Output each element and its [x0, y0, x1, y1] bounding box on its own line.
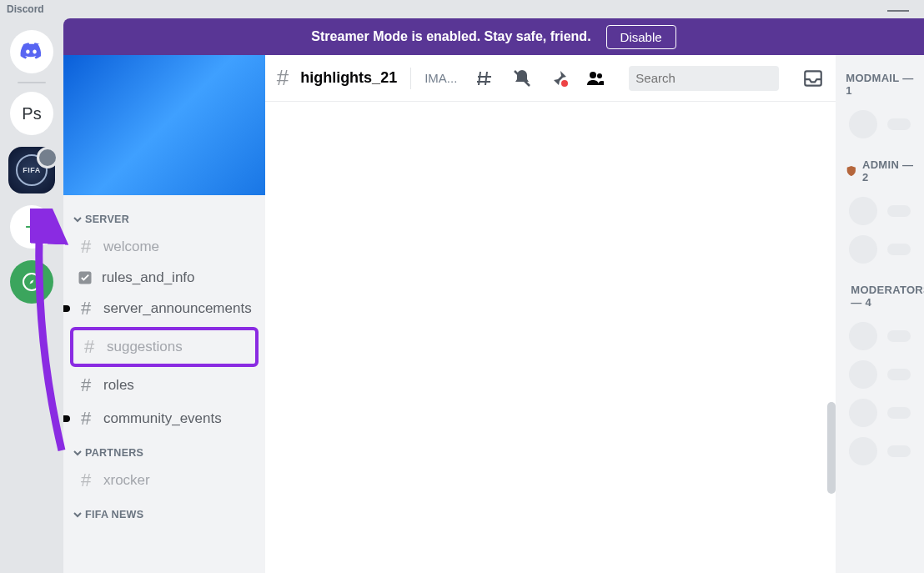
channel-announcements[interactable]: # server_announcements: [70, 292, 259, 325]
channel-rules[interactable]: rules_and_info: [70, 264, 259, 292]
rules-icon: [77, 269, 93, 286]
avatar: [849, 322, 877, 350]
minimize-button[interactable]: [887, 10, 909, 12]
member-row[interactable]: [846, 432, 914, 470]
unread-indicator: [63, 305, 70, 312]
role-header-admin: ADMIN — 2: [846, 158, 914, 183]
channel-topic[interactable]: IMA...: [424, 71, 457, 85]
channel-roles[interactable]: # roles: [70, 369, 259, 402]
member-row[interactable]: [846, 105, 914, 143]
add-server-button[interactable]: +: [10, 205, 53, 249]
chevron-down-icon: [73, 215, 82, 224]
annotation-highlight: # suggestions: [70, 327, 259, 367]
shield-icon: [846, 164, 857, 178]
avatar: [849, 235, 877, 264]
chat-area: # highlights_21 IMA...: [265, 55, 836, 573]
disable-streamer-button[interactable]: Disable: [606, 25, 676, 49]
category-fifa-news[interactable]: FIFA NEWS: [70, 497, 259, 525]
member-name-placeholder: [887, 330, 911, 342]
channel-xrocker[interactable]: # xrocker: [70, 464, 259, 497]
content-column: Streamer Mode is enabled. Stay safe, fri…: [63, 18, 924, 573]
hash-icon: #: [277, 65, 289, 91]
discord-logo-icon: [19, 42, 44, 62]
category-server[interactable]: SERVER: [70, 202, 259, 230]
avatar: [849, 437, 877, 465]
member-row[interactable]: [846, 230, 914, 269]
channel-sidebar: SERVER # welcome rules_and_info # server…: [63, 55, 265, 573]
member-name-placeholder: [887, 118, 911, 130]
explore-servers-button[interactable]: [10, 260, 53, 304]
divider: [410, 68, 411, 89]
channel-title: highlights_21: [300, 69, 397, 87]
hash-icon: #: [77, 408, 95, 430]
app-name: Discord: [7, 3, 44, 15]
search-input[interactable]: [635, 71, 794, 85]
hash-icon: #: [80, 336, 98, 358]
streamer-message: Streamer Mode is enabled. Stay safe, fri…: [311, 29, 590, 44]
chevron-down-icon: [73, 449, 82, 457]
pinned-messages-icon[interactable]: [549, 68, 569, 88]
avatar: [849, 360, 877, 389]
category-partners[interactable]: PARTNERS: [70, 435, 259, 464]
unread-indicator: [63, 415, 70, 422]
threads-icon[interactable]: [475, 68, 495, 88]
search-box[interactable]: [629, 66, 779, 91]
chat-messages[interactable]: [265, 102, 836, 573]
hash-icon: #: [77, 298, 95, 319]
member-row[interactable]: [846, 317, 914, 355]
svg-point-5: [597, 73, 602, 78]
member-name-placeholder: [887, 369, 911, 380]
hash-icon: #: [77, 236, 95, 258]
channel-header: # highlights_21 IMA...: [265, 55, 836, 102]
channel-list: SERVER # welcome rules_and_info # server…: [63, 195, 265, 573]
avatar: [849, 197, 877, 225]
notifications-muted-icon[interactable]: [512, 68, 532, 88]
members-panel: MODMAIL — 1 ADMIN — 2 MODERATORS — 4: [836, 55, 924, 573]
member-name-placeholder: [887, 407, 911, 419]
compass-icon: [22, 272, 42, 292]
server-banner-image[interactable]: [63, 55, 265, 195]
streamer-mode-banner: Streamer Mode is enabled. Stay safe, fri…: [63, 18, 924, 55]
member-row[interactable]: [846, 355, 914, 394]
hash-icon: #: [77, 374, 95, 396]
window-titlebar: Discord: [0, 0, 924, 18]
member-name-placeholder: [887, 205, 911, 217]
svg-point-4: [590, 72, 596, 78]
server-rail: Ps FIFA +: [0, 18, 63, 573]
hash-icon: #: [77, 470, 95, 491]
avatar: [849, 110, 877, 138]
channel-welcome[interactable]: # welcome: [70, 230, 259, 264]
avatar: [849, 399, 877, 427]
member-row[interactable]: [846, 394, 914, 432]
member-name-placeholder: [887, 244, 911, 255]
home-button[interactable]: [10, 30, 53, 73]
member-name-placeholder: [887, 445, 911, 457]
channel-suggestions[interactable]: # suggestions: [73, 330, 255, 364]
rail-divider: [18, 82, 46, 83]
member-list-icon[interactable]: [585, 68, 605, 88]
svg-point-3: [561, 80, 568, 87]
server-fifa[interactable]: FIFA: [8, 147, 55, 194]
server-ps[interactable]: Ps: [10, 92, 53, 135]
fifa-icon: FIFA: [16, 154, 48, 186]
inbox-icon[interactable]: [802, 68, 824, 89]
member-row[interactable]: [846, 192, 914, 230]
channel-community-events[interactable]: # community_events: [70, 402, 259, 435]
chevron-down-icon: [73, 510, 82, 519]
role-header-moderators: MODERATORS — 4: [846, 284, 914, 309]
role-header-modmail: MODMAIL — 1: [846, 72, 914, 97]
